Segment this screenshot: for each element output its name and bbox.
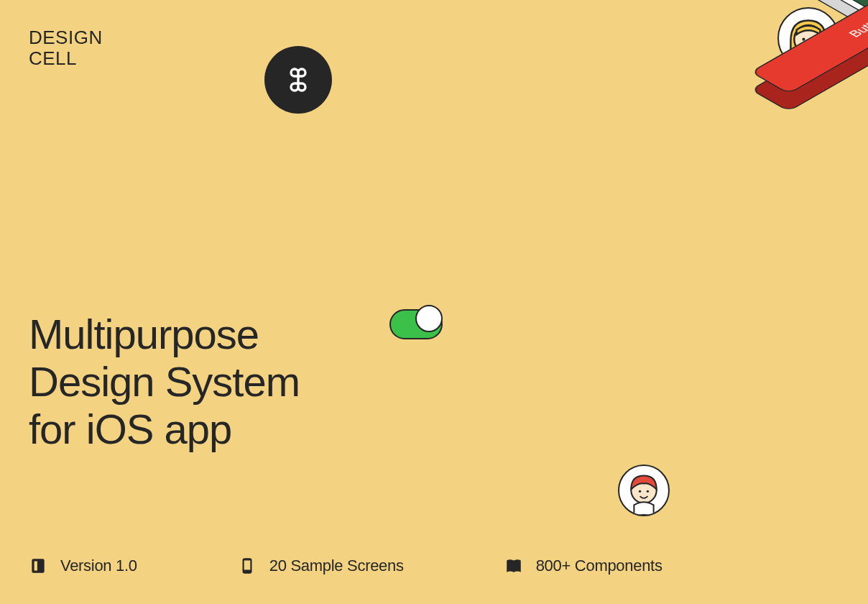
svg-point-1 [802,38,805,41]
stats-row: Version 1.0 20 Sample Screens 800+ Compo… [29,557,839,575]
stat-version: Version 1.0 [29,557,137,575]
svg-point-2 [812,38,815,41]
avatar [859,0,868,3]
svg-rect-6 [32,559,44,573]
message-row[interactable]: Username Message 15:00 [851,0,868,7]
command-badge [264,46,332,114]
svg-rect-9 [244,560,250,569]
stat-components-label: 800+ Components [536,557,662,575]
command-icon [284,65,313,94]
book-icon [504,557,523,575]
document-icon [29,557,47,575]
brand-line-1: DESIGN [29,27,103,48]
headline-line-2: Design System [29,358,300,406]
stat-components: 800+ Components [504,557,662,575]
stat-screens: 20 Sample Screens [238,557,404,575]
svg-rect-7 [34,562,37,571]
stat-screens-label: 20 Sample Screens [269,557,404,575]
phone-icon [238,557,257,575]
brand-line-2: CELL [29,48,103,69]
stat-version-label: Version 1.0 [60,557,137,575]
headline-line-1: Multipurpose [29,311,300,358]
avatar-girl [777,7,839,69]
brand-logo: DESIGN CELL [29,27,103,68]
page-headline: Multipurpose Design System for iOS app [29,311,300,453]
button-label: Button text [845,1,868,40]
svg-point-5 [647,490,649,493]
svg-point-4 [639,490,641,493]
toggle-switch[interactable] [389,309,443,339]
headline-line-3: for iOS app [29,406,300,453]
message-list: Username Message 15:00 Username Message [638,0,868,7]
avatar-boy [618,465,670,516]
toggle-knob [415,305,443,332]
